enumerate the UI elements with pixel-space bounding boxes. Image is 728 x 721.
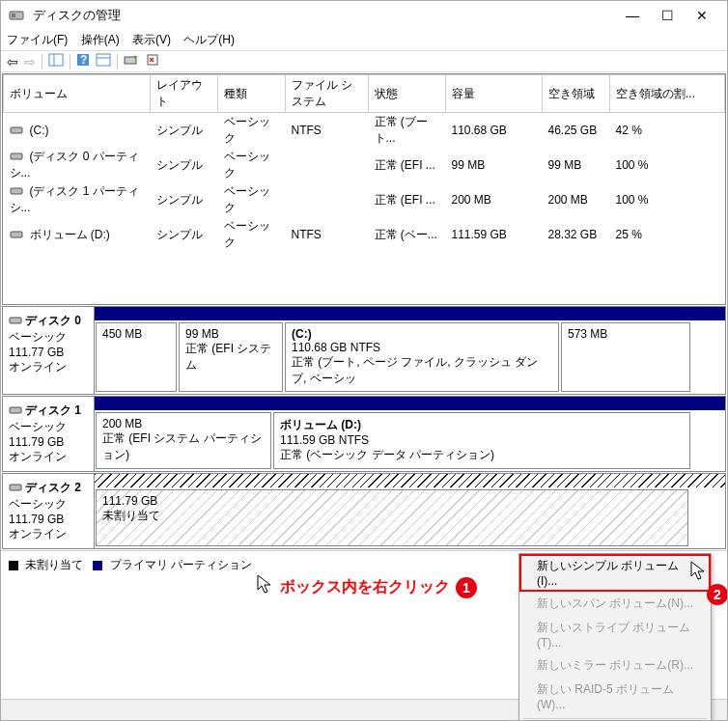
volume-list[interactable]: ボリューム レイアウト 種類 ファイル システム 状態 容量 空き領域 空き領域… bbox=[2, 73, 726, 305]
disk-icon bbox=[9, 481, 25, 494]
disk-name: ディスク 1 bbox=[25, 403, 81, 417]
col-free[interactable]: 空き領域 bbox=[543, 75, 610, 113]
table-row[interactable]: (C:)シンプルベーシックNTFS正常 (ブート...110.68 GB46.2… bbox=[4, 113, 725, 149]
volume-icon bbox=[10, 228, 26, 241]
ctx-new-simple-volume[interactable]: 新しいシンプル ボリューム(I)... bbox=[519, 554, 711, 592]
view2-icon[interactable] bbox=[96, 53, 111, 69]
disk-icon bbox=[9, 314, 25, 327]
col-status[interactable]: 状態 bbox=[369, 75, 446, 113]
part-size: 573 MB bbox=[568, 327, 607, 341]
svg-rect-6 bbox=[97, 54, 110, 66]
part-status: 正常 (ブート, ページ ファイル, クラッシュ ダンプ, ベーシッ bbox=[292, 355, 538, 385]
part-size: 110.68 GB NTFS bbox=[292, 341, 380, 354]
disk-size: 111.79 GB bbox=[9, 513, 64, 526]
table-row[interactable]: (ディスク 0 パーティシ...シンプルベーシック正常 (EFI ...99 M… bbox=[4, 148, 725, 182]
disk-block: ディスク 1ベーシック111.79 GBオンライン200 MB正常 (EFI シ… bbox=[2, 396, 726, 472]
view-icon[interactable] bbox=[48, 53, 64, 69]
svg-text:?: ? bbox=[80, 53, 87, 67]
cell: 100 % bbox=[610, 182, 725, 217]
cell: 200 MB bbox=[543, 182, 610, 217]
cell: 28.32 GB bbox=[543, 217, 610, 252]
disk-parts: 111.79 GB未割り当て bbox=[95, 474, 725, 548]
partition[interactable]: 111.79 GB未割り当て bbox=[96, 489, 688, 546]
ctx-new-span-volume[interactable]: 新しいスパン ボリューム(N)... bbox=[519, 592, 711, 616]
partition-row: 200 MB正常 (EFI システム パーティション)ボリューム (D:)111… bbox=[95, 410, 725, 471]
cell: 110.68 GB bbox=[446, 113, 543, 149]
disk-size: 111.79 GB bbox=[9, 435, 64, 449]
ctx-separator bbox=[523, 718, 707, 719]
table-row[interactable]: ボリューム (D:)シンプルベーシックNTFS正常 (ベー...111.59 G… bbox=[4, 217, 725, 252]
disk-parts: 450 MB99 MB正常 (EFI システム(C:)110.68 GB NTF… bbox=[95, 307, 725, 394]
col-layout[interactable]: レイアウト bbox=[151, 75, 218, 113]
svg-rect-13 bbox=[11, 232, 22, 237]
volume-icon bbox=[10, 184, 26, 198]
cell: シンプル bbox=[151, 182, 218, 217]
disk-label[interactable]: ディスク 1ベーシック111.79 GBオンライン bbox=[3, 397, 95, 471]
svg-rect-15 bbox=[10, 407, 21, 413]
ctx-new-mirror-volume[interactable]: 新しいミラー ボリューム(R)... bbox=[519, 653, 711, 678]
disk-name: ディスク 2 bbox=[25, 481, 81, 494]
menu-view[interactable]: 表示(V) bbox=[132, 33, 171, 46]
disk-label[interactable]: ディスク 2ベーシック111.79 GBオンライン bbox=[3, 474, 95, 548]
refresh-icon[interactable] bbox=[124, 53, 139, 69]
part-status: 正常 (EFI システム bbox=[185, 342, 271, 372]
cell: シンプル bbox=[151, 217, 218, 252]
cell: 42 % bbox=[610, 113, 725, 149]
disk-status: オンライン bbox=[9, 450, 67, 463]
disk-block: ディスク 0ベーシック111.77 GBオンライン450 MB99 MB正常 (… bbox=[2, 306, 726, 395]
disk-stripe bbox=[95, 397, 725, 410]
part-status: 正常 (ベーシック データ パーティション) bbox=[280, 448, 494, 461]
disk-status: オンライン bbox=[9, 360, 67, 374]
disk-label[interactable]: ディスク 0ベーシック111.77 GBオンライン bbox=[3, 307, 95, 394]
partition[interactable]: 450 MB bbox=[96, 322, 177, 392]
col-fs[interactable]: ファイル システム bbox=[286, 75, 369, 113]
col-pct[interactable]: 空き領域の割... bbox=[610, 75, 725, 113]
menu-bar: ファイル(F) 操作(A) 表示(V) ヘルプ(H) bbox=[1, 30, 727, 51]
menu-action[interactable]: 操作(A) bbox=[81, 33, 120, 46]
partition[interactable]: ボリューム (D:)111.59 GB NTFS正常 (ベーシック データ パー… bbox=[273, 412, 690, 469]
disk-icon bbox=[9, 403, 25, 417]
minimize-button[interactable]: — bbox=[615, 8, 650, 23]
forward-icon[interactable]: ⇨ bbox=[24, 54, 36, 69]
cell: 正常 (EFI ... bbox=[369, 182, 446, 217]
col-volume[interactable]: ボリューム bbox=[4, 75, 151, 113]
back-icon[interactable]: ⇦ bbox=[7, 54, 18, 69]
cell: ベーシック bbox=[218, 182, 286, 217]
cell: シンプル bbox=[151, 148, 218, 182]
cell: 99 MB bbox=[543, 148, 610, 182]
close-button[interactable]: ✕ bbox=[685, 8, 719, 23]
disk-graphic-pane: ディスク 0ベーシック111.77 GBオンライン450 MB99 MB正常 (… bbox=[2, 306, 726, 549]
partition[interactable]: (C:)110.68 GB NTFS正常 (ブート, ページ ファイル, クラッ… bbox=[285, 322, 559, 392]
menu-file[interactable]: ファイル(F) bbox=[7, 33, 68, 46]
partition[interactable]: 99 MB正常 (EFI システム bbox=[179, 322, 283, 392]
partition[interactable]: 573 MB bbox=[561, 322, 690, 392]
cell bbox=[286, 148, 369, 182]
table-row[interactable]: (ディスク 1 パーティシ...シンプルベーシック正常 (EFI ...200 … bbox=[4, 182, 725, 217]
ctx-new-raid5-volume[interactable]: 新しい RAID-5 ボリューム(W)... bbox=[519, 678, 711, 715]
settings-icon[interactable] bbox=[145, 53, 160, 69]
ctx-new-stripe-volume[interactable]: 新しいストライプ ボリューム(T)... bbox=[519, 616, 711, 653]
help-icon[interactable]: ? bbox=[76, 53, 90, 69]
volume-icon bbox=[10, 124, 26, 137]
column-header-row[interactable]: ボリューム レイアウト 種類 ファイル システム 状態 容量 空き領域 空き領域… bbox=[4, 75, 725, 113]
window-title: ディスクの管理 bbox=[33, 7, 615, 24]
legend-unallocated-label: 未割り当て bbox=[25, 558, 83, 571]
disk-stripe bbox=[95, 307, 725, 320]
disk-name: ディスク 0 bbox=[25, 314, 81, 327]
svg-rect-16 bbox=[10, 485, 21, 490]
maximize-button[interactable]: ☐ bbox=[650, 8, 685, 23]
col-cap[interactable]: 容量 bbox=[446, 75, 543, 113]
partition[interactable]: 200 MB正常 (EFI システム パーティション) bbox=[96, 412, 271, 469]
volume-icon bbox=[10, 150, 26, 163]
cell: NTFS bbox=[286, 217, 369, 252]
cell: 100 % bbox=[610, 148, 725, 182]
svg-rect-14 bbox=[10, 318, 21, 323]
svg-rect-8 bbox=[125, 57, 136, 64]
cursor-icon bbox=[257, 574, 274, 600]
cell: ベーシック bbox=[218, 113, 286, 149]
cell: 正常 (ベー... bbox=[369, 217, 446, 252]
menu-help[interactable]: ヘルプ(H) bbox=[183, 33, 235, 46]
legend-primary-swatch bbox=[93, 561, 102, 570]
col-type[interactable]: 種類 bbox=[218, 75, 286, 113]
cell bbox=[286, 182, 369, 217]
